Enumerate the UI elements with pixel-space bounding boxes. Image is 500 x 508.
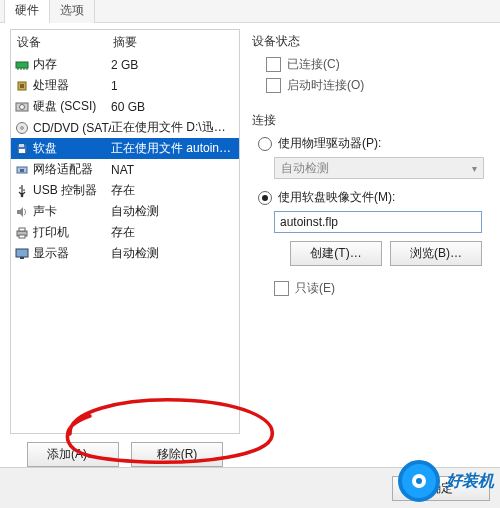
dialog-footer: 确定 (0, 467, 500, 508)
add-button[interactable]: 添加(A)… (27, 442, 119, 467)
svg-point-8 (20, 104, 25, 109)
device-name: CD/DVD (SATA) (33, 121, 111, 135)
col-summary: 摘要 (113, 34, 233, 51)
device-list-header: 设备 摘要 (11, 30, 239, 54)
device-row[interactable]: 处理器1 (11, 75, 239, 96)
svg-rect-15 (20, 169, 24, 172)
printer-icon (15, 226, 29, 240)
floppy-icon (15, 142, 29, 156)
use-physical-radio[interactable] (258, 137, 272, 151)
svg-rect-13 (19, 149, 25, 153)
ok-button[interactable]: 确定 (392, 476, 490, 501)
device-row[interactable]: 打印机存在 (11, 222, 239, 243)
connection-title: 连接 (250, 112, 490, 129)
readonly-label: 只读(E) (295, 280, 335, 297)
connect-at-power-checkbox[interactable] (266, 78, 281, 93)
svg-point-16 (21, 194, 24, 197)
physical-drive-combo: 自动检测 ▾ (274, 157, 484, 179)
svg-rect-19 (19, 235, 25, 238)
device-row[interactable]: 内存2 GB (11, 54, 239, 75)
device-status-title: 设备状态 (250, 33, 490, 50)
cpu-icon (15, 79, 29, 93)
use-image-radio[interactable] (258, 191, 272, 205)
device-name: 硬盘 (SCSI) (33, 98, 111, 115)
svg-rect-6 (20, 84, 24, 88)
device-summary: 正在使用文件 autoinst.flp (111, 140, 235, 157)
browse-button[interactable]: 浏览(B)… (390, 241, 482, 266)
device-list[interactable]: 设备 摘要 内存2 GB处理器1硬盘 (SCSI)60 GBCD/DVD (SA… (10, 29, 240, 434)
use-image-label: 使用软盘映像文件(M): (278, 189, 395, 206)
physical-drive-value: 自动检测 (281, 160, 329, 177)
device-row[interactable]: 网络适配器NAT (11, 159, 239, 180)
svg-rect-18 (19, 228, 25, 231)
svg-rect-12 (19, 144, 24, 147)
svg-rect-0 (16, 62, 28, 68)
device-name: 处理器 (33, 77, 111, 94)
connected-label: 已连接(C) (287, 56, 340, 73)
tabs: 硬件 选项 (0, 0, 500, 23)
nic-icon (15, 163, 29, 177)
device-summary: 自动检测 (111, 203, 235, 220)
col-device: 设备 (17, 34, 113, 51)
image-path-value: autoinst.flp (280, 215, 338, 229)
svg-rect-20 (16, 249, 28, 257)
device-summary: NAT (111, 163, 235, 177)
device-row[interactable]: 显示器自动检测 (11, 243, 239, 264)
device-name: 声卡 (33, 203, 111, 220)
device-summary: 正在使用文件 D:\迅雷下载\c... (111, 119, 235, 136)
hdd-icon (15, 100, 29, 114)
tab-options[interactable]: 选项 (49, 0, 95, 23)
device-summary: 自动检测 (111, 245, 235, 262)
readonly-checkbox[interactable] (274, 281, 289, 296)
device-summary: 1 (111, 79, 235, 93)
create-button[interactable]: 创建(T)… (290, 241, 382, 266)
chevron-down-icon: ▾ (472, 163, 477, 174)
use-physical-label: 使用物理驱动器(P): (278, 135, 381, 152)
device-summary: 存在 (111, 224, 235, 241)
image-path-input[interactable]: autoinst.flp (274, 211, 482, 233)
device-summary: 60 GB (111, 100, 235, 114)
tab-hardware[interactable]: 硬件 (4, 0, 50, 23)
sound-icon (15, 205, 29, 219)
cd-icon (15, 121, 29, 135)
device-name: 软盘 (33, 140, 111, 157)
usb-icon (15, 184, 29, 198)
device-name: 网络适配器 (33, 161, 111, 178)
device-summary: 2 GB (111, 58, 235, 72)
device-name: 打印机 (33, 224, 111, 241)
device-row[interactable]: CD/DVD (SATA)正在使用文件 D:\迅雷下载\c... (11, 117, 239, 138)
device-name: USB 控制器 (33, 182, 111, 199)
device-name: 显示器 (33, 245, 111, 262)
connected-checkbox[interactable] (266, 57, 281, 72)
device-row[interactable]: 软盘正在使用文件 autoinst.flp (11, 138, 239, 159)
device-row[interactable]: 声卡自动检测 (11, 201, 239, 222)
connect-at-power-label: 启动时连接(O) (287, 77, 364, 94)
svg-point-10 (21, 126, 24, 129)
device-name: 内存 (33, 56, 111, 73)
device-summary: 存在 (111, 182, 235, 199)
device-row[interactable]: USB 控制器存在 (11, 180, 239, 201)
display-icon (15, 247, 29, 261)
svg-rect-21 (20, 257, 24, 259)
device-row[interactable]: 硬盘 (SCSI)60 GB (11, 96, 239, 117)
remove-button[interactable]: 移除(R) (131, 442, 223, 467)
memory-icon (15, 58, 29, 72)
